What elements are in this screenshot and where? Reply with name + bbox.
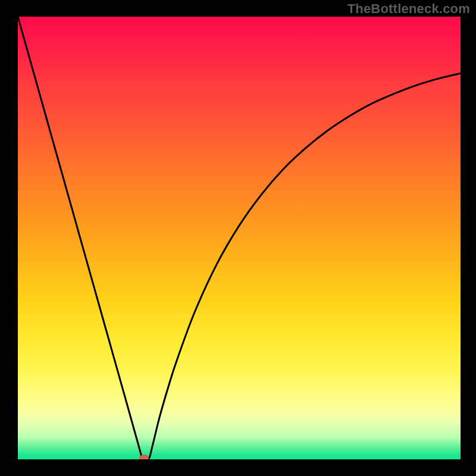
chart-container: TheBottleneck.com: [0, 0, 476, 476]
bottleneck-curve: [18, 17, 461, 459]
plot-area: [18, 17, 461, 459]
watermark-text: TheBottleneck.com: [347, 1, 470, 17]
curve-svg: [18, 17, 461, 459]
notch-marker: [139, 455, 149, 459]
